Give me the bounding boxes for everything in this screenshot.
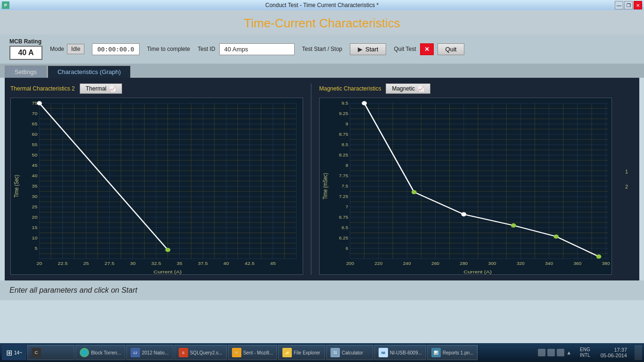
svg-text:27.5: 27.5 [105, 261, 115, 266]
svg-text:20: 20 [37, 261, 43, 266]
taskbar-item-ni[interactable]: NI NI-USB-6009... [374, 345, 426, 360]
magnetic-chart-section: Magnetic Characteristics Magnetic 📈 [319, 83, 612, 275]
2012-label: 2012 Natio... [142, 350, 169, 355]
tab-characteristics-label: Characteristics (Graph) [58, 68, 121, 75]
ni-label: NI-USB-6009... [390, 350, 422, 355]
svg-text:320: 320 [517, 262, 525, 266]
clock-time: 17:37 [601, 347, 627, 353]
lang-area: ENGINTL [577, 347, 593, 358]
thermal-chart-title: Thermal Characteristics 2 [10, 85, 75, 92]
calc-icon: 🔢 [330, 348, 340, 357]
right-num-1: 1 [625, 169, 628, 174]
svg-text:35: 35 [32, 184, 38, 189]
svg-text:35: 35 [177, 261, 183, 266]
minimize-button[interactable]: — [615, 1, 623, 9]
taskbar-item-explorer[interactable]: 📁 File Explorer [278, 345, 325, 360]
tray-icon-3 [557, 349, 564, 356]
right-num-2: 2 [625, 184, 628, 189]
quit-button[interactable]: Quit [438, 43, 465, 55]
svg-text:8.5: 8.5 [342, 143, 348, 147]
close-button[interactable]: ✕ [634, 1, 642, 9]
start-label-1: 14~ [14, 350, 22, 355]
svg-text:70: 70 [32, 111, 38, 116]
taskbar-item-calc[interactable]: 🔢 Calculator [326, 345, 373, 360]
taskbar-item-mozilla[interactable]: ✉ Sent - Mozill... [228, 345, 277, 360]
svg-text:10: 10 [32, 236, 38, 240]
svg-text:260: 260 [431, 262, 439, 266]
svg-text:45: 45 [32, 163, 38, 168]
taskbar-item-reports[interactable]: 📊 Reports 1.pn... [427, 345, 478, 360]
taskbar-item-sql[interactable]: S SQLQuery2.s... [174, 345, 227, 360]
tab-settings-label: Settings [15, 68, 37, 75]
explorer-icon: 📁 [282, 348, 292, 357]
maximize-button[interactable]: ❐ [624, 1, 633, 9]
thermal-btn-label: Thermal [86, 85, 107, 92]
svg-text:25: 25 [32, 205, 38, 209]
tabs-area: Settings Characteristics (Graph) [0, 64, 644, 78]
show-desktop[interactable] [635, 345, 642, 360]
mcb-group: MCB Rating 40 A [9, 38, 42, 60]
test-start-stop-label: Test Start / Stop [302, 46, 342, 52]
svg-text:6.25: 6.25 [339, 236, 348, 240]
main-title: Time-Current Characteristics [0, 10, 644, 34]
window-title: Conduct Test - Time Current Characterist… [0, 2, 644, 8]
svg-text:8.75: 8.75 [339, 132, 348, 137]
start-button[interactable]: ▶ Start [350, 43, 386, 55]
taskbar-item-2012[interactable]: 12 2012 Natio... [126, 345, 173, 360]
tab-settings[interactable]: Settings [5, 66, 47, 78]
svg-text:240: 240 [403, 262, 411, 266]
quit-test-group: Quit Test ✕ Quit [394, 43, 464, 55]
svg-text:7.5: 7.5 [342, 184, 348, 189]
svg-text:22.5: 22.5 [58, 261, 68, 266]
thermal-button[interactable]: Thermal 📈 [80, 83, 122, 94]
chrome-label: Block Torren... [91, 350, 121, 355]
svg-text:25: 25 [83, 261, 90, 266]
svg-text:8: 8 [346, 164, 348, 168]
svg-text:42.5: 42.5 [245, 261, 255, 266]
thermal-chart-icon: 📈 [109, 86, 116, 92]
svg-text:65: 65 [32, 122, 38, 126]
svg-text:340: 340 [545, 262, 553, 266]
taskbar-item-chrome[interactable]: 🌐 Block Torren... [75, 345, 125, 360]
svg-text:45: 45 [270, 261, 276, 266]
taskbar-item-cmd[interactable]: C [27, 345, 74, 360]
svg-text:20: 20 [32, 215, 38, 220]
svg-text:8.25: 8.25 [339, 153, 348, 157]
tray-expand[interactable]: ▲ [566, 350, 571, 355]
mode-value: Idle [67, 44, 84, 54]
app-container: Time-Current Characteristics MCB Rating … [0, 10, 644, 362]
svg-text:40: 40 [32, 173, 38, 178]
svg-text:7.25: 7.25 [339, 195, 348, 199]
clock-date: 05-06-2014 [601, 353, 627, 358]
magnetic-chart-icon: 📈 [418, 86, 424, 92]
quit-red-button[interactable]: ✕ [420, 43, 434, 55]
mozilla-label: Sent - Mozill... [243, 350, 273, 355]
svg-text:30: 30 [130, 261, 136, 266]
mode-group: Mode Idle [50, 44, 84, 54]
svg-text:Current (A): Current (A) [463, 269, 492, 274]
graph-area: Thermal Characteristics 2 Thermal 📈 [5, 78, 639, 280]
svg-text:Current (A): Current (A) [153, 269, 182, 274]
controls-area: MCB Rating 40 A Mode Idle 00:00:00.0 Tim… [0, 34, 644, 64]
lang-label: ENGINTL [580, 347, 590, 358]
thermal-chart-svg: 75 70 65 60 55 50 45 40 35 30 25 20 15 1… [11, 98, 303, 274]
taskbar: ⊞ 14~ C 🌐 Block Torren... 12 2012 Natio.… [0, 343, 644, 362]
magnetic-chart-svg: 9.5 9.25 9 8.75 8.5 8.25 8 7.75 7.5 7.25… [320, 98, 611, 274]
thermal-chart-header: Thermal Characteristics 2 Thermal 📈 [10, 83, 303, 94]
start-menu-button[interactable]: ⊞ 14~ [2, 345, 26, 360]
magnetic-button[interactable]: Magnetic 📈 [386, 83, 430, 94]
tab-characteristics-graph[interactable]: Characteristics (Graph) [48, 66, 131, 78]
magnetic-chart-header: Magnetic Characteristics Magnetic 📈 [319, 83, 612, 94]
svg-text:Time (mSec): Time (mSec) [322, 173, 328, 199]
svg-point-167 [553, 234, 559, 239]
svg-point-84 [165, 248, 171, 252]
test-id-input[interactable] [219, 43, 295, 55]
quit-test-label: Quit Test [394, 46, 416, 52]
start-label: Start [365, 46, 378, 53]
2012-icon: 12 [131, 348, 140, 357]
svg-text:300: 300 [488, 262, 496, 266]
svg-text:280: 280 [460, 262, 468, 266]
sql-label: SQLQuery2.s... [190, 350, 223, 355]
time-display: 00:00:00.0 [92, 43, 139, 55]
svg-text:50: 50 [32, 153, 38, 157]
